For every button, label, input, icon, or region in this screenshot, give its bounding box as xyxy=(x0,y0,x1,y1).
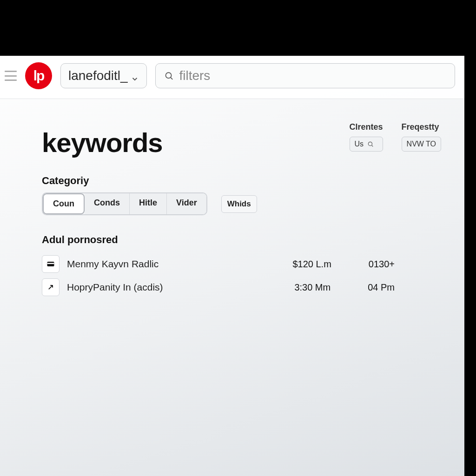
result-row[interactable]: Menmy Kayvn Radlic $120 L.m 0130+ xyxy=(42,252,432,276)
topbar: lp lanefoditl_ xyxy=(0,56,464,99)
category-label: Categoriy xyxy=(42,175,432,187)
column-frequency: Freqestty NVW TO xyxy=(402,122,441,152)
result-value-2: 04 Pm xyxy=(368,282,395,293)
tab-vider[interactable]: Vider xyxy=(167,193,206,214)
project-dropdown[interactable]: lanefoditl_ xyxy=(60,63,147,88)
whids-filter[interactable]: Whids xyxy=(221,195,257,213)
frequency-filter-value: NVW TO xyxy=(407,140,436,148)
column-clients-label: Clrentes xyxy=(350,122,383,132)
clients-filter[interactable]: Us xyxy=(350,137,383,152)
project-dropdown-value: lanefoditl_ xyxy=(68,68,128,83)
result-value-2: 0130+ xyxy=(369,259,395,270)
svg-point-2 xyxy=(368,142,372,145)
card-icon xyxy=(42,255,60,273)
filters-search[interactable] xyxy=(155,63,455,88)
arrow-icon xyxy=(42,278,60,296)
tab-coun[interactable]: Coun xyxy=(43,193,85,214)
results-section: Adul pornosred Menmy Kayvn Radlic $120 L… xyxy=(42,234,432,299)
result-value-1: $120 L.m xyxy=(292,259,331,270)
svg-rect-5 xyxy=(47,263,54,264)
menu-icon[interactable] xyxy=(5,71,17,81)
search-icon xyxy=(367,141,374,147)
frequency-filter[interactable]: NVW TO xyxy=(402,137,441,152)
tab-conds[interactable]: Conds xyxy=(85,193,130,214)
svg-point-0 xyxy=(165,73,171,78)
search-icon xyxy=(164,71,174,81)
filters-search-input[interactable] xyxy=(179,68,446,83)
brand-logo[interactable]: lp xyxy=(25,62,52,89)
svg-line-3 xyxy=(372,145,373,147)
clients-filter-value: Us xyxy=(355,140,364,148)
result-group-title: Adul pornosred xyxy=(42,234,432,246)
result-row[interactable]: HopryPanity In (acdis) 3:30 Mm 04 Pm xyxy=(42,276,432,299)
column-clients: Clrentes Us xyxy=(350,122,383,152)
result-label: HopryPanity In (acdis) xyxy=(67,282,163,293)
main-content: keywords Clrentes Us Freqestty NVW TO xyxy=(0,99,464,299)
column-frequency-label: Freqestty xyxy=(402,122,441,132)
result-value-1: 3:30 Mm xyxy=(294,282,331,293)
chevron-down-icon xyxy=(131,72,139,80)
result-label: Menmy Kayvn Radlic xyxy=(67,258,159,270)
tab-hitle[interactable]: Hitle xyxy=(130,193,167,214)
svg-line-1 xyxy=(171,78,172,79)
category-tabs: Coun Conds Hitle Vider xyxy=(42,192,207,215)
